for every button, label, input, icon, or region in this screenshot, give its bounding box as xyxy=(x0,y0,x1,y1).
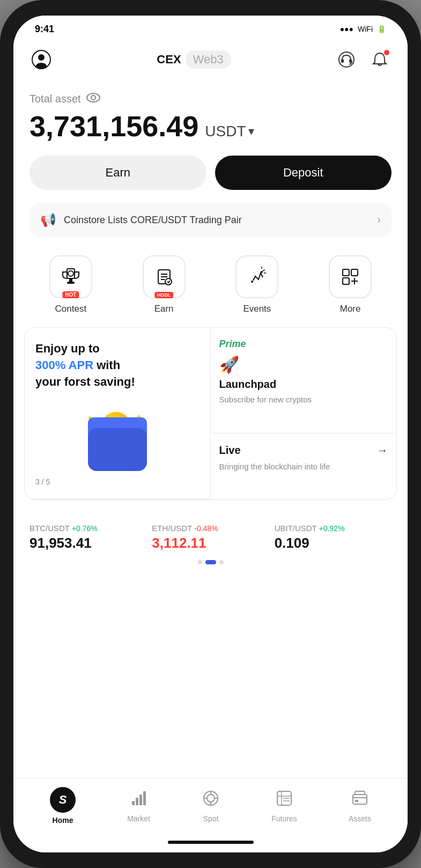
nav-assets[interactable]: Assets xyxy=(349,789,371,823)
svg-rect-25 xyxy=(136,798,138,805)
ticker-eth[interactable]: ETH/USDT -0.48% 3,112.11 xyxy=(152,524,269,551)
coin-wallet: ✦ ✦ ₿ xyxy=(85,412,150,471)
notification-button[interactable] xyxy=(368,48,392,71)
svg-rect-27 xyxy=(143,791,146,805)
svg-rect-21 xyxy=(343,278,349,284)
svg-point-3 xyxy=(339,52,354,67)
live-title: Live xyxy=(219,444,241,457)
page-indicator: 3 / 5 xyxy=(35,477,200,486)
dot-2 xyxy=(205,560,216,564)
home-bar xyxy=(168,841,254,844)
tab-cex[interactable]: CEX xyxy=(157,53,181,67)
futures-label: Futures xyxy=(271,814,297,823)
svg-point-2 xyxy=(36,63,47,69)
dot-1 xyxy=(198,560,202,564)
tab-group: CEX Web3 xyxy=(157,50,231,69)
svg-rect-24 xyxy=(132,801,135,805)
dot-3 xyxy=(219,560,224,564)
svg-rect-20 xyxy=(351,269,358,276)
total-asset-text: Total asset xyxy=(29,93,81,105)
events-label: Events xyxy=(243,304,271,314)
spot-icon xyxy=(202,789,220,811)
home-indicator xyxy=(13,835,408,852)
menu-item-earn[interactable]: HODL Earn xyxy=(143,255,186,314)
card-text-1: Enjoy up to xyxy=(35,342,100,355)
prime-label: Prime xyxy=(219,339,388,350)
launchpad-title: Launchpad xyxy=(219,378,388,391)
btc-pair: BTC/USDT +0.76% xyxy=(29,524,146,533)
events-icon-box xyxy=(235,255,278,298)
eth-change: -0.48% xyxy=(194,524,218,533)
card-text-3: your forst saving! xyxy=(35,375,135,388)
ticker-dots xyxy=(29,560,392,570)
live-card[interactable]: Live → Bringing the blockchain into life xyxy=(211,433,397,500)
menu-item-events[interactable]: Events xyxy=(235,255,278,314)
svg-point-6 xyxy=(87,93,100,102)
spot-label: Spot xyxy=(203,814,219,823)
more-label: More xyxy=(340,304,361,314)
asset-value: 3,731,156.49 USDT ▾ xyxy=(29,109,392,143)
bottom-nav: S Home Market xyxy=(13,778,408,835)
menu-item-contest[interactable]: HOT Contest xyxy=(49,255,92,314)
menu-item-more[interactable]: More xyxy=(329,255,372,314)
asset-currency: USDT ▾ xyxy=(205,123,254,140)
banner-content: 📢 Coinstore Lists CORE/USDT Trading Pair xyxy=(40,212,242,227)
asset-amount: 3,731,156.49 xyxy=(29,109,198,143)
banner-text: Coinstore Lists CORE/USDT Trading Pair xyxy=(64,215,242,226)
announcement-banner[interactable]: 📢 Coinstore Lists CORE/USDT Trading Pair… xyxy=(29,203,392,237)
status-bar: 9:41 ●●● WiFi 🔋 xyxy=(13,16,408,42)
tab-web3[interactable]: Web3 xyxy=(186,50,231,69)
quick-menu: HOT Contest HODL xyxy=(13,250,408,327)
deposit-button[interactable]: Deposit xyxy=(215,156,392,190)
eth-pair-text: ETH/USDT xyxy=(152,524,192,533)
phone-shell: 9:41 ●●● WiFi 🔋 CEX Web3 xyxy=(0,0,421,868)
rocket-icon: 🚀 xyxy=(219,355,388,374)
top-nav: CEX Web3 xyxy=(13,42,408,82)
launchpad-subtitle: Subscribe for new cryptos xyxy=(219,394,388,405)
top-nav-icons xyxy=(335,48,392,71)
support-button[interactable] xyxy=(335,48,358,71)
nav-futures[interactable]: Futures xyxy=(271,789,297,823)
contest-icon-box: HOT xyxy=(49,255,92,298)
notification-dot xyxy=(384,50,389,55)
nav-home[interactable]: S Home xyxy=(50,787,76,825)
currency-text: USDT xyxy=(205,123,246,140)
svg-point-17 xyxy=(251,281,253,283)
futures-icon xyxy=(275,789,293,811)
eye-icon[interactable] xyxy=(86,93,100,105)
earn-button[interactable]: Earn xyxy=(29,156,206,190)
assets-label: Assets xyxy=(349,814,371,823)
profile-button[interactable] xyxy=(29,48,53,71)
nav-spot[interactable]: Spot xyxy=(202,789,220,823)
asset-section: Total asset 3,731,156.49 USDT ▾ xyxy=(13,82,408,156)
megaphone-icon: 📢 xyxy=(40,212,56,227)
svg-rect-26 xyxy=(139,795,142,805)
total-asset-label: Total asset xyxy=(29,93,392,105)
launchpad-card[interactable]: Prime 🚀 Launchpad Subscribe for new cryp… xyxy=(211,328,397,433)
ticker-grid: BTC/USDT +0.76% 91,953.41 ETH/USDT -0.48… xyxy=(29,524,392,551)
live-card-header: Live → xyxy=(219,444,388,457)
earn-label: Earn xyxy=(154,304,174,314)
market-label: Market xyxy=(127,814,150,823)
main-content: Total asset 3,731,156.49 USDT ▾ xyxy=(13,82,408,778)
savings-card[interactable]: Enjoy up to 300% APR with your forst sav… xyxy=(25,328,211,499)
home-icon: S xyxy=(50,787,76,813)
status-time: 9:41 xyxy=(35,24,54,35)
currency-dropdown-icon[interactable]: ▾ xyxy=(248,124,254,138)
ubit-pair: UBIT/USDT +0.92% xyxy=(275,524,392,533)
ubit-pair-text: UBIT/USDT xyxy=(275,524,317,533)
ticker-btc[interactable]: BTC/USDT +0.76% 91,953.41 xyxy=(29,524,146,551)
nav-market[interactable]: Market xyxy=(127,789,150,823)
market-icon xyxy=(130,789,148,811)
wallet-body xyxy=(88,428,147,471)
ticker-ubit[interactable]: UBIT/USDT +0.92% 0.109 xyxy=(275,524,392,551)
svg-rect-40 xyxy=(355,800,358,802)
apr-text: 300% APR xyxy=(35,358,93,372)
svg-rect-4 xyxy=(341,59,344,63)
savings-card-text: Enjoy up to 300% APR with your forst sav… xyxy=(35,341,200,390)
eth-pair: ETH/USDT -0.48% xyxy=(152,524,269,533)
svg-point-29 xyxy=(207,795,215,802)
earn-icon-box: HODL xyxy=(143,255,186,298)
live-arrow-icon: → xyxy=(377,444,388,457)
svg-point-16 xyxy=(165,278,172,285)
